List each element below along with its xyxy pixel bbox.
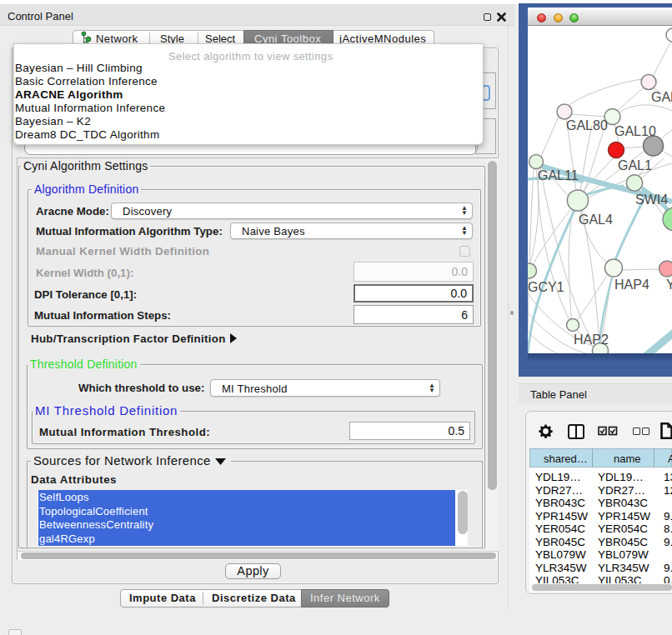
svg-text:HAP2: HAP2 bbox=[574, 332, 609, 347]
svg-text:Y: Y bbox=[666, 278, 672, 292]
svg-text:GAL10: GAL10 bbox=[614, 124, 656, 138]
svg-text:GAL11: GAL11 bbox=[538, 168, 579, 182]
svg-text:GAL1: GAL1 bbox=[618, 158, 652, 172]
svg-text:GCY1: GCY1 bbox=[528, 280, 564, 294]
svg-text:GAL4: GAL4 bbox=[579, 212, 613, 227]
svg-text:SWI4: SWI4 bbox=[635, 192, 668, 207]
svg-text:GAL80: GAL80 bbox=[566, 118, 608, 132]
svg-text:HAP4: HAP4 bbox=[614, 278, 649, 292]
svg-text:GAL7: GAL7 bbox=[651, 90, 672, 104]
